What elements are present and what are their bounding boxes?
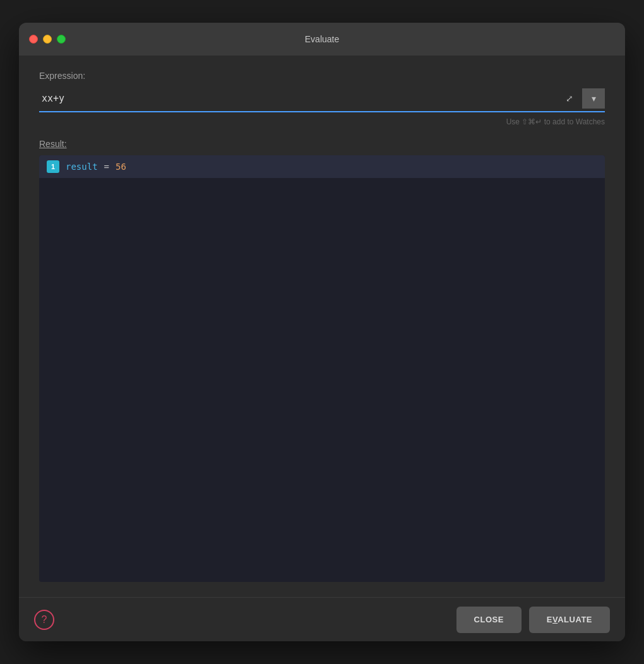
footer: ? CLOSE EVALUATE (19, 597, 625, 641)
minimize-traffic-light[interactable] (43, 35, 52, 44)
close-traffic-light[interactable] (29, 35, 38, 44)
question-mark-icon: ? (42, 614, 47, 625)
result-value: 56 (116, 162, 126, 172)
input-buttons: ⤢ ▾ (558, 88, 605, 109)
evaluate-button-label: EVALUATE (547, 615, 592, 624)
content-area: Expression: ⤢ ▾ Use ⇧⌘↵ to add to Watche… (19, 56, 625, 597)
window-title: Evaluate (305, 34, 339, 44)
close-button[interactable]: CLOSE (456, 607, 522, 633)
dropdown-icon[interactable]: ▾ (582, 88, 605, 109)
zoom-traffic-light[interactable] (57, 35, 66, 44)
expression-input[interactable] (39, 89, 558, 108)
expression-input-wrapper: ⤢ ▾ (39, 88, 605, 112)
result-badge: 1 (47, 160, 59, 173)
watches-hint: Use ⇧⌘↵ to add to Watches (39, 117, 605, 126)
close-button-label: CLOSE (474, 615, 504, 624)
evaluate-button[interactable]: EVALUATE (529, 607, 610, 633)
evaluate-underline: V (552, 615, 558, 624)
footer-buttons: CLOSE EVALUATE (456, 607, 610, 633)
help-button[interactable]: ? (34, 610, 54, 630)
result-equals-sign: = (104, 162, 109, 172)
expand-icon[interactable]: ⤢ (558, 88, 581, 109)
result-variable-name: result (66, 162, 98, 172)
expression-label: Expression: (39, 71, 605, 81)
result-area: 1 result = 56 (39, 155, 605, 582)
titlebar: Evaluate (19, 23, 625, 56)
traffic-lights (29, 35, 66, 44)
result-row: 1 result = 56 (39, 155, 605, 178)
result-label: Result: (39, 139, 605, 149)
evaluate-dialog: Evaluate Expression: ⤢ ▾ Use ⇧⌘↵ to add … (19, 23, 625, 641)
